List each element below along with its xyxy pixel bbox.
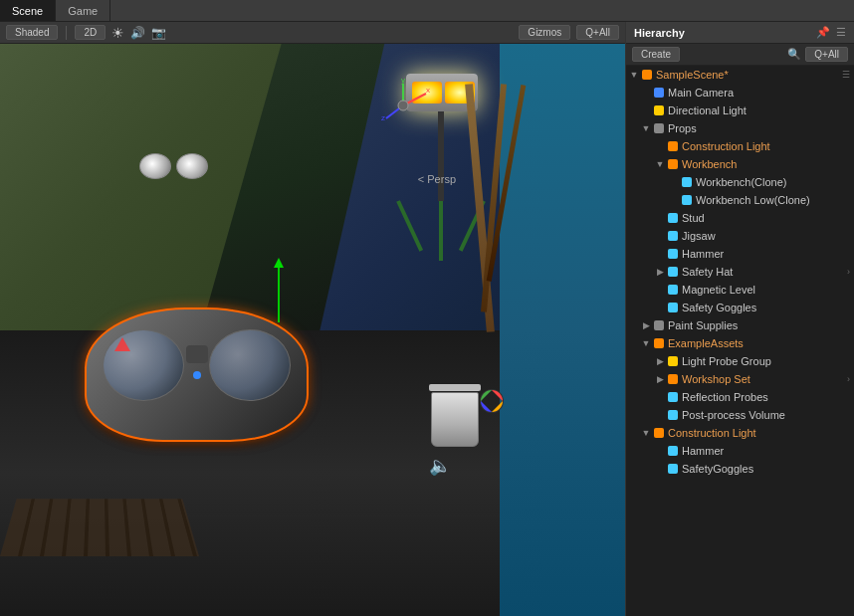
item-label: Safety Hat [682, 266, 733, 278]
object-icon [680, 193, 694, 207]
hierarchy-item-props[interactable]: ▼ Props [626, 119, 854, 137]
item-label: Main Camera [668, 87, 734, 99]
object-icon [666, 462, 680, 476]
object-icon [680, 175, 694, 189]
right-arrow: › [847, 374, 850, 384]
expand-arrow[interactable]: ▶ [640, 319, 652, 331]
vr-headset-icon [139, 153, 208, 179]
expand-arrow[interactable]: ▼ [654, 158, 666, 170]
2d-mode-btn[interactable]: 2D [75, 25, 106, 40]
object-icon [666, 229, 680, 243]
hierarchy-header: Hierarchy 📌 ☰ [626, 22, 854, 44]
hierarchy-panel: Hierarchy 📌 ☰ Create 🔍 Q+All ▼ SampleSce… [625, 22, 854, 616]
item-label: Safety Goggles [682, 302, 756, 313]
expand-arrow[interactable]: ▼ [628, 69, 640, 81]
tab-scene[interactable]: Scene [0, 0, 56, 21]
viewport-scene[interactable]: x y z [0, 44, 625, 616]
item-label: Directional Light [668, 104, 747, 116]
hierarchy-item-workshop-set[interactable]: ▶ Workshop Set › [626, 370, 854, 388]
hierarchy-item-reflection-probes[interactable]: ▶ Reflection Probes [626, 388, 854, 406]
hierarchy-menu-icon[interactable]: ☰ [836, 26, 846, 39]
object-icon [666, 265, 680, 279]
all-dropdown[interactable]: Q+All [576, 25, 619, 40]
hierarchy-item-main-camera[interactable]: ▶ Main Camera [626, 84, 854, 102]
object-icon [666, 372, 680, 386]
hierarchy-item-stud[interactable]: ▶ Stud [626, 209, 854, 227]
right-arrow: ☰ [842, 70, 850, 80]
toolbar-separator [66, 26, 67, 40]
shading-dropdown[interactable]: Shaded [6, 25, 58, 40]
hierarchy-item-workbench-clone[interactable]: ▶ Workbench(Clone) [626, 173, 854, 191]
hierarchy-item-safety-hat[interactable]: ▶ Safety Hat › [626, 263, 854, 281]
hierarchy-toolbar: Create 🔍 Q+All [626, 44, 854, 66]
all-filter-btn[interactable]: Q+All [805, 47, 848, 62]
safety-goggles-object [85, 308, 309, 442]
hierarchy-item-safety-goggles-1[interactable]: ▶ Safety Goggles [626, 299, 854, 316]
item-label: Post-process Volume [682, 409, 785, 421]
hierarchy-item-jigsaw[interactable]: ▶ Jigsaw [626, 227, 854, 245]
item-label: Workbench [682, 158, 737, 170]
expand-arrow[interactable]: ▼ [640, 427, 652, 439]
create-button[interactable]: Create [632, 47, 680, 62]
item-label: Props [668, 122, 697, 134]
object-icon [666, 301, 680, 314]
hierarchy-item-paint-supplies[interactable]: ▶ Paint Supplies [626, 316, 854, 334]
hierarchy-item-samplescene[interactable]: ▼ SampleScene* ☰ [626, 66, 854, 84]
item-label: Hammer [682, 248, 724, 260]
hierarchy-item-workbench-low-clone[interactable]: ▶ Workbench Low(Clone) [626, 191, 854, 209]
item-label: Reflection Probes [682, 391, 768, 403]
hierarchy-item-construction-light-1[interactable]: ▶ Construction Light [626, 137, 854, 155]
svg-point-6 [398, 101, 408, 110]
gizmos-dropdown[interactable]: Gizmos [519, 25, 570, 40]
paint-bucket [429, 384, 481, 447]
right-arrow: › [847, 267, 850, 277]
svg-text:x: x [426, 86, 430, 95]
item-label: Workbench(Clone) [696, 176, 787, 188]
object-icon [666, 211, 680, 225]
camera-icon[interactable]: 📷 [151, 26, 166, 40]
hierarchy-pin-icon[interactable]: 📌 [816, 26, 830, 39]
speaker-icon[interactable]: 🔊 [130, 26, 145, 40]
item-label: Light Probe Group [682, 355, 771, 367]
item-label: SampleScene* [656, 69, 729, 81]
hierarchy-item-construction-light-2[interactable]: ▼ Construction Light [626, 424, 854, 442]
hierarchy-item-directional-light[interactable]: ▶ Directional Light [626, 102, 854, 119]
probe-icon [666, 354, 680, 368]
hierarchy-item-workbench[interactable]: ▼ Workbench [626, 155, 854, 173]
hierarchy-item-example-assets[interactable]: ▼ ExampleAssets [626, 334, 854, 352]
hierarchy-item-hammer-2[interactable]: ▶ Hammer [626, 442, 854, 460]
item-label: Jigsaw [682, 230, 716, 242]
expand-arrow[interactable]: ▼ [640, 122, 652, 134]
expand-arrow[interactable]: ▶ [654, 373, 666, 385]
tab-game[interactable]: Game [56, 0, 110, 21]
scene-icon [640, 68, 654, 82]
item-label: ExampleAssets [668, 337, 744, 349]
object-icon [666, 139, 680, 153]
wooden-planks [0, 499, 199, 556]
hierarchy-item-post-process[interactable]: ▶ Post-process Volume [626, 406, 854, 424]
svg-text:z: z [381, 113, 385, 122]
sun-icon[interactable]: ☀ [111, 25, 124, 41]
object-icon [666, 408, 680, 422]
folder-icon [652, 336, 666, 350]
item-label: Magnetic Level [682, 284, 755, 296]
hierarchy-list: ▼ SampleScene* ☰ ▶ Main Camera ▶ Directi… [626, 66, 854, 616]
object-icon [666, 444, 680, 458]
expand-arrow[interactable]: ▼ [640, 337, 652, 349]
hierarchy-item-hammer-1[interactable]: ▶ Hammer [626, 245, 854, 263]
hierarchy-item-magnetic-level[interactable]: ▶ Magnetic Level [626, 281, 854, 299]
leaning-planks [466, 84, 526, 362]
hierarchy-item-light-probe-group[interactable]: ▶ Light Probe Group [626, 352, 854, 370]
item-label: Hammer [682, 445, 724, 457]
hierarchy-item-safety-goggles-2[interactable]: ▶ SafetyGoggles [626, 460, 854, 478]
axes-gizmo: x y z [376, 79, 431, 133]
probe2-icon [666, 390, 680, 404]
item-label: Paint Supplies [668, 319, 738, 331]
expand-arrow[interactable]: ▶ [654, 355, 666, 367]
persp-label: < Persp [418, 173, 456, 185]
transform-handle [274, 258, 284, 322]
folder-icon [652, 318, 666, 332]
expand-arrow[interactable]: ▶ [654, 266, 666, 278]
audio-icon: 🔈 [429, 455, 451, 477]
object-icon [666, 157, 680, 171]
